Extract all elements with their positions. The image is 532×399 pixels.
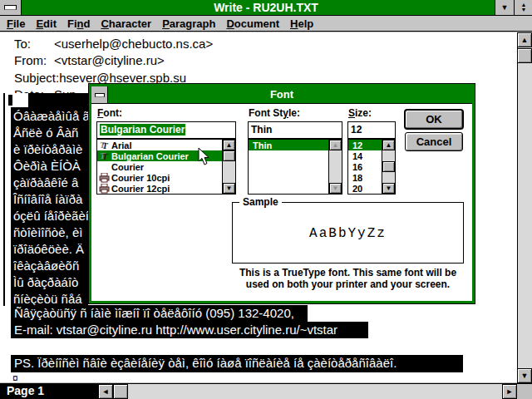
selection-gap	[11, 93, 28, 107]
font-label: Font:	[97, 107, 122, 119]
selected-line: óçëû íåîðèãèí	[13, 208, 88, 224]
font-dialog: Font Font: Bulgarian Courier TT Arial TT…	[88, 83, 475, 304]
selected-line: Îñíîâíîå íàïðà	[13, 191, 88, 208]
size-input[interactable]: 12	[347, 121, 396, 139]
menu-find[interactable]: Find	[67, 17, 90, 30]
scroll-up-icon: ▲	[521, 36, 529, 44]
font-style-list[interactable]: Thin ▲ ▼	[248, 139, 342, 195]
page-indicator: Page 1	[0, 383, 98, 399]
selected-line: çàïðàâêîé â	[13, 175, 88, 191]
selected-line: ïðîäóêöèè. Ä	[13, 241, 88, 258]
vertical-scroll-thumb[interactable]	[517, 48, 532, 63]
truetype-note: This is a TrueType font. This same font …	[211, 267, 485, 290]
header-line-from: From:<vtstar@cityline.ru>	[14, 52, 165, 69]
printer-icon	[99, 173, 111, 183]
restore-button[interactable]: ▲ ▼	[514, 0, 532, 15]
font-list-item-bulgarian-courier[interactable]: TT Bulgarian Courier	[97, 150, 235, 161]
menu-paragraph[interactable]: Paragraph	[162, 17, 215, 30]
font-list-item-courier-10cpi[interactable]: Courier 10cpi	[97, 172, 235, 183]
scroll-right-button[interactable]: ►	[502, 384, 517, 399]
font-list-item-courier[interactable]: Courier	[97, 161, 235, 172]
scroll-right-icon: ►	[506, 387, 514, 396]
font-dialog-frame: Font Font: Bulgarian Courier TT Arial TT…	[91, 86, 472, 301]
scroll-up-button[interactable]: ▲	[517, 32, 532, 47]
scroll-down-button[interactable]: ▼	[223, 183, 235, 194]
minimize-icon: ▼	[501, 4, 509, 12]
font-list[interactable]: TT Arial TT Bulgarian Courier Courier	[96, 139, 236, 195]
menu-file[interactable]: File	[7, 17, 25, 30]
system-menu-icon	[4, 5, 17, 10]
window-title: Write - RU2UH.TXT	[0, 0, 532, 15]
scrollbar-corner	[517, 384, 532, 399]
selected-line: Åñëè ó Âàñ	[13, 125, 88, 141]
horizontal-scroll-thumb[interactable]	[113, 384, 128, 399]
sample-groupbox: Sample AaBbYyZz	[232, 202, 464, 264]
restore-down-icon: ▼	[521, 7, 527, 12]
scroll-down-button[interactable]: ▼	[517, 368, 532, 383]
selected-line: è ïðèíòåðàìè	[13, 141, 88, 158]
sample-label: Sample	[239, 196, 282, 208]
font-list-scroll-thumb[interactable]	[223, 150, 235, 161]
selected-line: îêàçàâøèõñ	[13, 258, 88, 274]
highlighted-email-line: E-mail: vtstar@cityline.ru http://www.us…	[11, 322, 368, 338]
selected-line: Ìû ðàçðàáîò	[13, 274, 88, 291]
dialog-system-menu-button[interactable]	[91, 86, 108, 103]
font-list-item-arial[interactable]: TT Arial	[97, 140, 235, 150]
menu-edit[interactable]: Edit	[36, 17, 57, 30]
cancel-button[interactable]: Cancel	[405, 132, 463, 151]
scroll-down-button-disabled: ▼	[329, 183, 342, 194]
selected-line: Ôèðìà ÈÍÒÀ	[13, 158, 88, 175]
font-input[interactable]: Bulgarian Courier	[96, 121, 236, 139]
highlighted-phone-line: Ñâÿçàòüñÿ ñ íàìè ìîæíî ïî òåëåôîíó (095)…	[11, 305, 308, 322]
font-dialog-body: Font: Bulgarian Courier TT Arial TT Bulg…	[91, 104, 472, 301]
selected-text-column: Óâàæàåìûå ã Åñëè ó Âàñ è ïðèíòåðàìè Ôèðì…	[11, 93, 88, 308]
font-list-item-courier-12cpi[interactable]: Courier 12cpi	[97, 183, 235, 194]
minimize-button[interactable]: ▼	[495, 0, 514, 15]
scroll-left-icon: ◄	[102, 387, 110, 396]
menubar: File Edit Find Character Paragraph Docum…	[0, 16, 532, 32]
menu-help[interactable]: Help	[290, 17, 313, 30]
size-label: Size:	[348, 107, 372, 119]
font-list-scrollbar[interactable]: ▲ ▼	[222, 140, 235, 194]
truetype-icon: TT	[99, 151, 111, 161]
size-list[interactable]: 12 14 16 18 20 ▲ ▼	[347, 139, 396, 195]
scroll-down-icon: ▼	[521, 372, 529, 380]
truetype-icon: TT	[99, 140, 111, 150]
sample-text: AaBbYyZz	[233, 226, 463, 241]
selection-left-rule	[3, 93, 5, 306]
ok-button[interactable]: OK	[405, 110, 463, 129]
titlebar: Write - RU2UH.TXT ▼ ▲ ▼	[0, 0, 532, 16]
printer-icon	[99, 184, 111, 194]
style-list-scrollbar[interactable]: ▲ ▼	[328, 140, 342, 194]
scroll-up-button-disabled: ▲	[329, 140, 342, 150]
font-dialog-title: Font	[91, 86, 472, 103]
font-style-input[interactable]: Thin	[248, 121, 342, 139]
highlighted-ps-line: PS. Ïðèíîñèì ñâîè èçâèíåíèÿ òåì, êîìó íà…	[11, 355, 463, 372]
mouse-cursor-icon	[198, 147, 211, 170]
font-dialog-titlebar[interactable]: Font	[91, 86, 472, 104]
header-line-to: To:<userhelp@chebucto.ns.ca>	[14, 36, 213, 52]
menu-document[interactable]: Document	[226, 17, 279, 30]
scroll-up-button[interactable]: ▲	[382, 140, 395, 150]
vertical-scrollbar[interactable]	[517, 32, 532, 383]
menu-character[interactable]: Character	[101, 17, 151, 30]
selected-line: ñòîèìîñòè, èì	[13, 224, 88, 241]
size-list-scroll-thumb[interactable]	[382, 161, 395, 172]
system-menu-button[interactable]	[0, 0, 22, 15]
text-caret	[8, 95, 12, 106]
font-style-label: Font Style:	[249, 107, 300, 119]
write-window: Write - RU2UH.TXT ▼ ▲ ▼ File Edit Find C…	[0, 0, 532, 399]
dialog-system-menu-icon	[95, 93, 105, 97]
paragraph-mark: ¤	[12, 372, 18, 382]
size-list-scrollbar[interactable]: ▲ ▼	[382, 140, 395, 194]
scroll-left-button[interactable]: ◄	[98, 384, 113, 399]
scroll-down-button[interactable]: ▼	[382, 183, 395, 194]
scroll-up-button[interactable]: ▲	[223, 140, 235, 150]
selected-line: Óâàæàåìûå ã	[13, 108, 88, 125]
